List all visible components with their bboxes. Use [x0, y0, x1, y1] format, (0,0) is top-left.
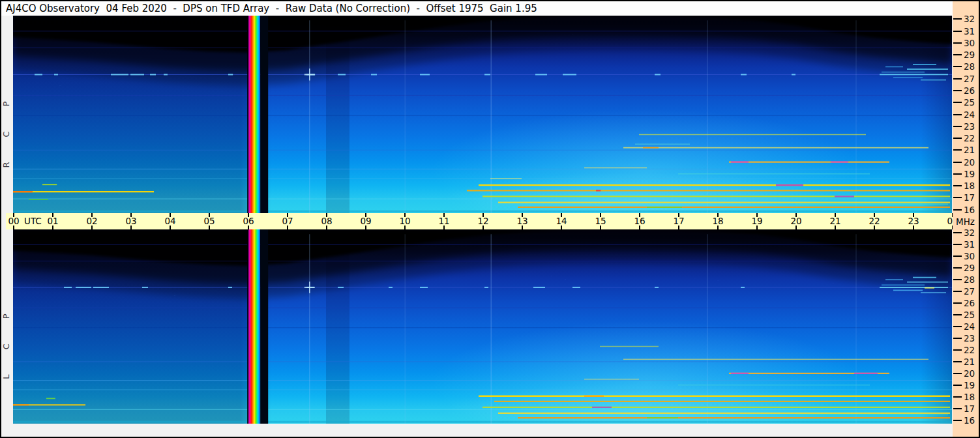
hour-label: 06: [229, 216, 268, 226]
rcp-spectrogram-svg: [13, 16, 952, 213]
freq-tick: [953, 420, 962, 421]
freq-label: 30: [964, 251, 978, 261]
freq-tick: [953, 396, 962, 398]
freq-tick: [953, 267, 962, 269]
freq-label: 31: [964, 239, 978, 250]
freq-tick: [953, 66, 962, 67]
freq-label: 17: [964, 192, 978, 203]
freq-label: 19: [964, 169, 978, 179]
freq-tick: [953, 361, 962, 362]
freq-tick: [953, 31, 962, 32]
frequency-axis: MHz 323130292827262524232221201918171632…: [953, 1, 979, 437]
freq-tick: [953, 126, 962, 127]
freq-label: 18: [964, 181, 978, 191]
freq-label: 25: [964, 310, 978, 320]
hour-label: 02: [72, 216, 111, 226]
freq-label: 27: [964, 74, 978, 84]
hour-label: 20: [777, 216, 816, 226]
freq-label: 24: [964, 110, 978, 120]
freq-tick: [953, 173, 962, 175]
hour-label: 15: [581, 216, 620, 226]
freq-label: 19: [964, 380, 978, 390]
hour-label: 17: [659, 216, 698, 226]
freq-tick: [953, 78, 962, 80]
window-frame: AJ4CO Observatory 04 Feb 2020 - DPS on T…: [0, 0, 980, 438]
freq-label: 27: [964, 286, 978, 297]
freq-tick: [953, 138, 962, 139]
hour-label: 04: [151, 216, 190, 226]
hour-label: 10: [385, 216, 424, 226]
freq-label: 32: [964, 227, 978, 238]
freq-tick: [953, 162, 962, 163]
freq-tick: [953, 373, 962, 374]
freq-label: 23: [964, 333, 978, 343]
freq-label: 16: [964, 415, 978, 426]
rcp-panel-label: R C P: [1, 77, 13, 181]
hour-label: 01: [33, 216, 72, 226]
hour-label: 08: [307, 216, 346, 226]
hour-label: 07: [268, 216, 307, 226]
hour-label: 00: [0, 216, 33, 226]
freq-label: 31: [964, 26, 978, 36]
freq-tick: [953, 42, 962, 44]
freq-label: 28: [964, 274, 978, 285]
freq-tick: [953, 314, 962, 315]
freq-label: 20: [964, 157, 978, 168]
freq-label: 26: [964, 298, 978, 308]
hour-label: 16: [620, 216, 659, 226]
freq-label: 23: [964, 121, 978, 132]
freq-tick: [953, 197, 962, 198]
freq-label: 21: [964, 357, 978, 367]
freq-label: 29: [964, 50, 978, 60]
freq-label: 32: [964, 14, 978, 24]
freq-label: 26: [964, 85, 978, 96]
freq-label: 18: [964, 392, 978, 402]
freq-label: 25: [964, 97, 978, 108]
freq-tick: [953, 279, 962, 280]
hour-label: 22: [855, 216, 894, 226]
freq-tick: [953, 54, 962, 55]
freq-tick: [953, 244, 962, 245]
freq-tick: [953, 232, 962, 233]
freq-label: 21: [964, 145, 978, 155]
freq-tick: [953, 209, 962, 211]
freq-tick: [953, 408, 962, 409]
freq-label: 16: [964, 205, 978, 215]
freq-tick: [953, 256, 962, 257]
freq-label: 28: [964, 61, 978, 72]
time-axis: UTC 000102030405060708091011121314151617…: [6, 213, 953, 229]
freq-label: 29: [964, 263, 978, 273]
freq-label: 24: [964, 321, 978, 332]
freq-label: 22: [964, 133, 978, 143]
freq-tick: [953, 114, 962, 115]
lcp-spectrogram-svg: [13, 229, 952, 424]
freq-label: 17: [964, 403, 978, 414]
hour-label: 18: [698, 216, 737, 226]
freq-tick: [953, 302, 962, 304]
hour-label: 21: [816, 216, 855, 226]
mhz-unit-label: MHz: [956, 216, 975, 227]
hour-label: 12: [464, 216, 503, 226]
freq-tick: [953, 149, 962, 151]
bottom-margin: [1, 424, 953, 437]
title-bar: AJ4CO Observatory 04 Feb 2020 - DPS on T…: [1, 1, 953, 16]
freq-tick: [953, 18, 962, 20]
hour-label: 23: [894, 216, 933, 226]
hour-label: 13: [503, 216, 542, 226]
freq-label: 30: [964, 38, 978, 48]
lcp-panel-label: L C P: [1, 289, 13, 393]
hour-label: 05: [190, 216, 229, 226]
hour-label: 09: [346, 216, 385, 226]
lcp-spectrogram: [13, 229, 952, 424]
freq-label: 20: [964, 368, 978, 379]
freq-tick: [953, 338, 962, 339]
freq-label: 22: [964, 345, 978, 355]
freq-tick: [953, 102, 962, 103]
hour-label: 19: [737, 216, 777, 226]
freq-tick: [953, 326, 962, 327]
rcp-spectrogram: [13, 16, 952, 213]
freq-tick: [953, 385, 962, 386]
freq-tick: [953, 185, 962, 186]
freq-tick: [953, 349, 962, 351]
hour-label: 03: [111, 216, 151, 226]
